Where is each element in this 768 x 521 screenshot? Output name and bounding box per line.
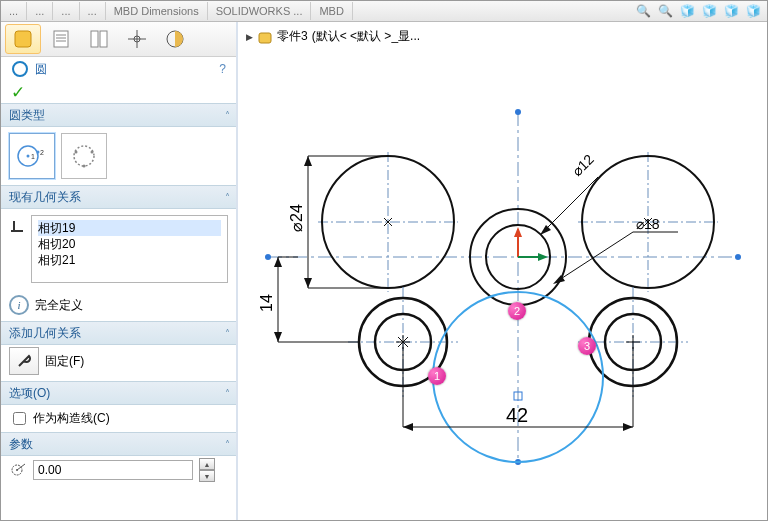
zoom-fit-icon[interactable]: 🔍	[635, 3, 651, 19]
svg-line-80	[543, 177, 598, 232]
svg-marker-74	[274, 332, 282, 342]
relation-item[interactable]: 相切20	[38, 236, 221, 252]
configuration-manager-tab[interactable]	[81, 24, 117, 54]
chevron-up-icon: ˄	[225, 439, 230, 450]
svg-text:1: 1	[31, 153, 35, 160]
svg-point-19	[91, 151, 94, 154]
section-existing-relations[interactable]: 现有几何关系˄	[1, 185, 236, 209]
svg-marker-69	[304, 278, 312, 288]
section-add-relations[interactable]: 添加几何关系˄	[1, 321, 236, 345]
section-label: 选项(O)	[9, 385, 50, 402]
tab-solidworks-addins[interactable]: SOLIDWORKS ...	[208, 2, 312, 20]
callout-1: 1	[428, 367, 446, 385]
svg-point-17	[74, 146, 94, 166]
svg-point-18	[75, 151, 78, 154]
param-spinner[interactable]: ▲ ▼	[199, 458, 215, 482]
section-label: 添加几何关系	[9, 325, 81, 342]
svg-point-29	[265, 254, 271, 260]
svg-point-11	[13, 62, 27, 76]
tab-mbd[interactable]: MBD	[311, 2, 352, 20]
tab[interactable]: ...	[80, 2, 106, 20]
view-orientation-icon[interactable]: 🧊	[679, 3, 695, 19]
svg-point-20	[83, 165, 86, 168]
section-circle-type[interactable]: 圆类型˄	[1, 103, 236, 127]
view-tools: 🔍 🔍 🧊 🧊 🧊 🧊	[635, 3, 761, 19]
svg-marker-81	[540, 225, 551, 235]
tool-header: 圆 ?	[1, 57, 236, 81]
svg-rect-6	[100, 31, 107, 47]
ribbon-tabs: ... ... ... ... MBD Dimensions SOLIDWORK…	[1, 1, 767, 22]
section-label: 圆类型	[9, 107, 45, 124]
param-value-input[interactable]	[33, 460, 193, 480]
relation-item[interactable]: 相切19	[38, 220, 221, 236]
section-options[interactable]: 选项(O)˄	[1, 381, 236, 405]
tab-mbd-dimensions[interactable]: MBD Dimensions	[106, 2, 208, 20]
relation-type-icon	[9, 215, 25, 283]
svg-marker-78	[403, 423, 413, 431]
svg-marker-73	[274, 257, 282, 267]
section-view-icon[interactable]: 🧊	[723, 3, 739, 19]
dim-d12: ⌀12	[569, 151, 597, 179]
sketch-svg: ⌀24 14 42 ⌀12 ⌀18	[238, 32, 768, 502]
relations-list[interactable]: 相切19 相切20 相切21	[31, 215, 228, 283]
tab[interactable]: ...	[1, 2, 27, 20]
dim-d18: ⌀18	[636, 216, 660, 232]
relation-item[interactable]: 相切21	[38, 252, 221, 268]
fix-label: 固定(F)	[45, 353, 84, 370]
svg-text:2: 2	[40, 149, 44, 156]
status-row: i 完全定义	[1, 289, 236, 321]
section-label: 参数	[9, 436, 33, 453]
svg-point-13	[27, 155, 30, 158]
chevron-up-icon: ˄	[225, 192, 230, 203]
panel-tabs	[1, 22, 236, 57]
help-icon[interactable]: ?	[219, 62, 226, 76]
svg-rect-1	[54, 31, 68, 47]
svg-rect-0	[15, 31, 31, 47]
graphics-area[interactable]: ▶ 零件3 (默认< <默认 >_显...	[238, 22, 767, 520]
dimxpert-tab[interactable]	[119, 24, 155, 54]
callout-3: 3	[578, 337, 596, 355]
dim-d24: ⌀24	[288, 204, 305, 232]
svg-point-25	[16, 469, 18, 471]
section-parameters[interactable]: 参数˄	[1, 432, 236, 456]
center-circle-option[interactable]: 21	[9, 133, 55, 179]
section-label: 现有几何关系	[9, 189, 81, 206]
property-manager: 圆 ? ✓ 圆类型˄ 21 现有几何关系˄	[1, 22, 238, 520]
dim-14: 14	[258, 294, 275, 312]
svg-marker-68	[304, 156, 312, 166]
construction-checkbox[interactable]	[13, 412, 26, 425]
construction-label: 作为构造线(C)	[33, 410, 110, 427]
ok-button[interactable]: ✓	[1, 81, 236, 103]
svg-marker-79	[623, 423, 633, 431]
chevron-up-icon: ˄	[225, 328, 230, 339]
scene-icon[interactable]: 🧊	[745, 3, 761, 19]
info-icon: i	[9, 295, 29, 315]
feature-manager-tab[interactable]	[5, 24, 41, 54]
tab[interactable]: ...	[27, 2, 53, 20]
tool-title: 圆	[35, 61, 47, 78]
display-style-icon[interactable]: 🧊	[701, 3, 717, 19]
spin-down[interactable]: ▼	[199, 470, 215, 482]
chevron-up-icon: ˄	[225, 110, 230, 121]
svg-marker-64	[538, 253, 548, 261]
chevron-up-icon: ˄	[225, 388, 230, 399]
perimeter-circle-option[interactable]	[61, 133, 107, 179]
zoom-area-icon[interactable]: 🔍	[657, 3, 673, 19]
svg-point-31	[515, 109, 521, 115]
circle-tool-icon	[11, 60, 29, 78]
spin-up[interactable]: ▲	[199, 458, 215, 470]
param-x-icon	[9, 460, 27, 481]
callout-2: 2	[508, 302, 526, 320]
svg-marker-62	[514, 227, 522, 237]
display-manager-tab[interactable]	[157, 24, 193, 54]
relation-status: 完全定义	[35, 297, 83, 314]
dim-42: 42	[506, 404, 528, 426]
fix-relation-button[interactable]	[9, 347, 39, 375]
svg-point-30	[735, 254, 741, 260]
property-manager-tab[interactable]	[43, 24, 79, 54]
svg-rect-5	[91, 31, 98, 47]
tab[interactable]: ...	[53, 2, 79, 20]
